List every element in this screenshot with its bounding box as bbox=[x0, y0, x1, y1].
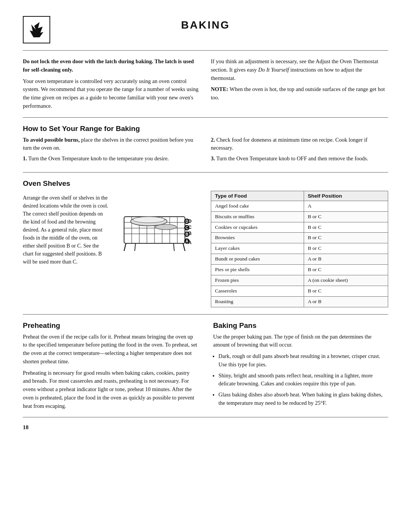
table-row: Angel food cakeA bbox=[211, 201, 388, 211]
baking-pans-intro: Use the proper baking pan. The type of f… bbox=[213, 333, 388, 350]
shelves-heading: Oven Shelves bbox=[23, 179, 388, 188]
oven-diagram-area: D C B A D C B A bbox=[113, 194, 200, 253]
svg-text:A: A bbox=[185, 239, 188, 243]
intro-right-para1: If you think an adjustment is necessary,… bbox=[211, 58, 388, 82]
list-item: Dark, rough or dull pans absorb heat res… bbox=[218, 352, 388, 369]
svg-text:C: C bbox=[185, 226, 188, 230]
table-row: RoastingA or B bbox=[211, 296, 388, 307]
howto-columns: To avoid possible burns, place the shelv… bbox=[23, 136, 388, 165]
svg-text:B: B bbox=[185, 232, 188, 236]
preheating-section: Preheating Preheat the oven if the recip… bbox=[23, 321, 198, 411]
position-cell: B or C bbox=[304, 243, 388, 254]
howto-step3: 3. Turn the Oven Temperature knob to OFF… bbox=[211, 155, 388, 163]
divider-bottom bbox=[23, 417, 388, 417]
header-divider bbox=[23, 50, 388, 51]
baking-pans-list: Dark, rough or dull pans absorb heat res… bbox=[218, 352, 388, 407]
intro-para1: Your oven temperature is controlled very… bbox=[23, 77, 200, 110]
col-position-header: Shelf Position bbox=[304, 191, 388, 201]
page-number: 18 bbox=[23, 424, 388, 431]
howto-step1: 1. Turn the Oven Temperature knob to the… bbox=[23, 155, 200, 163]
howto-intro: To avoid possible burns, place the shelv… bbox=[23, 136, 200, 153]
table-row: Biscuits or muffinsB or C bbox=[211, 211, 388, 222]
food-cell: Casseroles bbox=[211, 286, 304, 296]
logo-box bbox=[23, 16, 50, 43]
svg-marker-0 bbox=[30, 22, 43, 37]
baking-pans-section: Baking Pans Use the proper baking pan. T… bbox=[213, 321, 388, 411]
intro-note: NOTE: When the oven is hot, the top and … bbox=[211, 85, 388, 102]
position-cell: B or C bbox=[304, 265, 388, 275]
bottom-section: Preheating Preheat the oven if the recip… bbox=[23, 321, 388, 411]
food-cell: Roasting bbox=[211, 296, 304, 307]
list-item: Shiny, bright and smooth pans reflect he… bbox=[218, 372, 388, 388]
food-cell: Angel food cake bbox=[211, 201, 304, 211]
position-cell: B or C bbox=[304, 211, 388, 222]
shelves-content: Arrange the oven shelf or shelves in the… bbox=[23, 191, 388, 307]
position-cell: B or C bbox=[304, 222, 388, 233]
oven-diagram-wrapper: Arrange the oven shelf or shelves in the… bbox=[23, 194, 200, 266]
table-row: CasserolesB or C bbox=[211, 286, 388, 296]
food-cell: Pies or pie shells bbox=[211, 265, 304, 275]
table-row: Layer cakesB or C bbox=[211, 243, 388, 254]
howto-right: 2. Check food for doneness at minimum ti… bbox=[211, 136, 388, 165]
food-cell: Biscuits or muffins bbox=[211, 211, 304, 222]
intro-right: If you think an adjustment is necessary,… bbox=[211, 58, 388, 110]
shelves-section: Oven Shelves Arrange the oven shelf or s… bbox=[23, 179, 388, 307]
table-row: BrowniesB or C bbox=[211, 233, 388, 243]
position-cell: A or B bbox=[304, 296, 388, 307]
position-cell: B or C bbox=[304, 233, 388, 243]
food-cell: Bundt or pound cakes bbox=[211, 254, 304, 265]
preheating-para2: Preheating is necessary for good results… bbox=[23, 369, 198, 411]
svg-line-16 bbox=[183, 243, 185, 251]
intro-bold: Do not lock the oven door with the latch… bbox=[23, 58, 200, 74]
svg-line-15 bbox=[124, 243, 126, 251]
shelves-right: Type of Food Shelf Position Angel food c… bbox=[211, 191, 388, 307]
food-cell: Cookies or cupcakes bbox=[211, 222, 304, 233]
position-cell: A or B bbox=[304, 254, 388, 265]
svg-point-14 bbox=[155, 224, 177, 230]
baking-pans-heading: Baking Pans bbox=[213, 321, 388, 330]
svg-point-13 bbox=[133, 217, 165, 223]
food-cell: Layer cakes bbox=[211, 243, 304, 254]
position-cell: A bbox=[304, 201, 388, 211]
food-cell: Frozen pies bbox=[211, 275, 304, 286]
food-cell: Brownies bbox=[211, 233, 304, 243]
svg-text:D: D bbox=[185, 219, 188, 224]
shelves-text: Arrange the oven shelf or shelves in the… bbox=[23, 194, 110, 266]
col-food-header: Type of Food bbox=[211, 191, 304, 201]
howto-heading: How to Set Your Range for Baking bbox=[23, 125, 388, 133]
shelves-left: Arrange the oven shelf or shelves in the… bbox=[23, 191, 200, 307]
logo-icon bbox=[26, 19, 47, 40]
svg-line-18 bbox=[174, 243, 174, 251]
table-row: Cookies or cupcakesB or C bbox=[211, 222, 388, 233]
position-cell: B or C bbox=[304, 286, 388, 296]
intro-left: Do not lock the oven door with the latch… bbox=[23, 58, 200, 110]
howto-step2: 2. Check food for doneness at minimum ti… bbox=[211, 136, 388, 153]
page-title: BAKING bbox=[50, 15, 361, 31]
divider-3 bbox=[23, 314, 388, 315]
list-item: Glass baking dishes also absorb heat. Wh… bbox=[218, 391, 388, 407]
svg-line-17 bbox=[135, 243, 135, 251]
preheating-para1: Preheat the oven if the recipe calls for… bbox=[23, 333, 198, 366]
howto-left: To avoid possible burns, place the shelv… bbox=[23, 136, 200, 165]
table-row: Bundt or pound cakesA or B bbox=[211, 254, 388, 265]
table-row: Frozen piesA (on cookie sheet) bbox=[211, 275, 388, 286]
table-row: Pies or pie shellsB or C bbox=[211, 265, 388, 275]
intro-section: Do not lock the oven door with the latch… bbox=[23, 58, 388, 110]
shelf-position-table: Type of Food Shelf Position Angel food c… bbox=[211, 191, 388, 307]
oven-shelf-diagram: D C B A D C B A bbox=[113, 194, 196, 253]
divider-1 bbox=[23, 117, 388, 118]
divider-2 bbox=[23, 172, 388, 173]
howto-section: How to Set Your Range for Baking To avoi… bbox=[23, 125, 388, 165]
page-header: BAKING bbox=[23, 15, 388, 43]
preheating-heading: Preheating bbox=[23, 321, 198, 330]
position-cell: A (on cookie sheet) bbox=[304, 275, 388, 286]
